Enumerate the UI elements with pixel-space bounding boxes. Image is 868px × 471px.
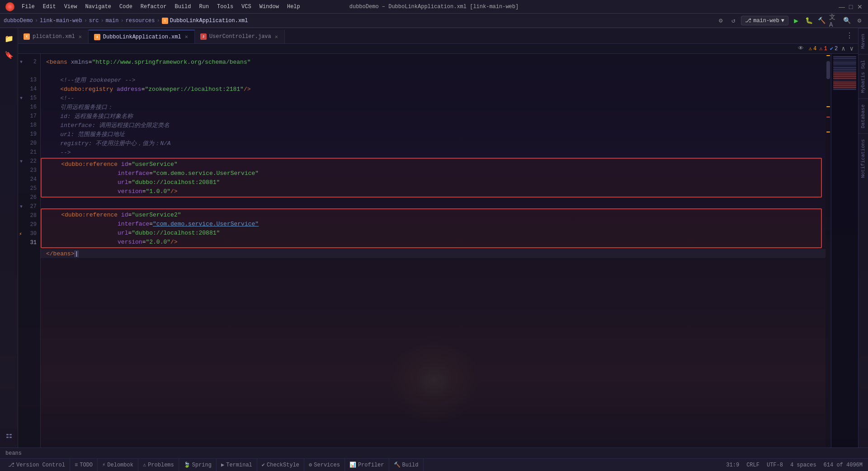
tab-java[interactable]: J UserController.java ✕: [195, 30, 285, 43]
status-tab-spring[interactable]: 🍃 Spring: [179, 459, 217, 471]
settings-icon[interactable]: ⚙: [716, 16, 726, 26]
line-num-31: 31: [18, 238, 40, 247]
more-actions-icon[interactable]: ⚙: [854, 16, 864, 26]
nav-right: ⚙ ↺ ⎇ main-web ▼ ▶ 🐛 🔨 文A 🔍 ⚙: [716, 16, 864, 26]
tab-xml-full-label: DubboLinkApplication.xml: [103, 34, 181, 40]
run-config-icon[interactable]: ↺: [728, 16, 738, 26]
panel-tab-database[interactable]: Database: [859, 99, 868, 134]
scroll-marker-warn2: [826, 106, 830, 107]
code-line-28: interface="com.demo.service.UserService": [42, 219, 821, 228]
menu-refactor[interactable]: Refactor: [137, 3, 170, 11]
services-icon: ⚙: [309, 462, 312, 468]
todo-icon: ≡: [75, 462, 78, 468]
menu-code[interactable]: Code: [116, 3, 136, 11]
spring-label: Spring: [192, 462, 212, 468]
eye-icon[interactable]: 👁: [796, 44, 806, 54]
tabs-more-btn[interactable]: ⋮: [844, 31, 854, 41]
workspace: 📁 🔖 X plication.xml ✕: [0, 28, 868, 447]
tab-xml[interactable]: X plication.xml ✕: [18, 30, 89, 43]
line-num-19: 19: [18, 130, 40, 139]
run-button[interactable]: ▶: [791, 16, 801, 26]
tab-java-close[interactable]: ✕: [274, 33, 279, 41]
panel-tab-maven[interactable]: Maven: [859, 28, 868, 54]
sidebar-icon-project[interactable]: 📁: [2, 32, 16, 46]
memory[interactable]: 614 of 4096M: [822, 462, 864, 468]
status-tab-todo[interactable]: ≡ TODO: [70, 459, 98, 471]
menu-build[interactable]: Build: [171, 3, 194, 11]
delombok-icon: ⚡: [102, 462, 105, 468]
minimap-line-8: [833, 69, 856, 70]
breadcrumb-project[interactable]: dubboDemo: [4, 18, 33, 24]
breadcrumb-resources[interactable]: resources: [126, 18, 155, 24]
code-line-24: url="dubbo://localhost:20881": [42, 178, 821, 187]
minimap-line-19: [833, 89, 856, 90]
tab-xml-full[interactable]: X DubboLinkApplication.xml ✕: [89, 30, 195, 43]
search-icon[interactable]: 🔍: [842, 16, 852, 26]
tab-xml-close[interactable]: ✕: [78, 33, 83, 41]
breadcrumb-src[interactable]: src: [89, 18, 99, 24]
code-line-19: url: 范围服务接口地址: [41, 130, 826, 139]
debug-button[interactable]: 🐛: [804, 16, 814, 26]
status-tab-build[interactable]: 🔨 Build: [389, 459, 424, 471]
menu-edit[interactable]: Edit: [39, 3, 60, 11]
status-tab-version-control[interactable]: ⎇ Version Control: [4, 459, 70, 471]
next-issue-btn[interactable]: ∨: [849, 45, 854, 52]
line-num-15: ▼ 15: [18, 94, 40, 103]
code-line-spacer: [41, 66, 826, 75]
line-num-2: ▼ 2: [18, 57, 40, 66]
menu-run[interactable]: Run: [195, 3, 212, 11]
sidebar-icon-structure[interactable]: [2, 429, 16, 444]
tab-xml-full-close[interactable]: ✕: [184, 33, 189, 41]
code-line-27: <dubbo:reference id="userService2": [42, 210, 821, 219]
breadcrumb-module[interactable]: link-main-web: [40, 18, 82, 24]
close-button[interactable]: ✕: [857, 4, 863, 9]
status-tab-delombok[interactable]: ⚡ Delombok: [98, 459, 138, 471]
tabs-bar: X plication.xml ✕ X DubboLinkApplication…: [18, 28, 858, 44]
menu-bar: File Edit View Navigate Code Refactor Bu…: [18, 3, 304, 11]
status-tab-terminal[interactable]: ▶ Terminal: [217, 459, 257, 471]
scroll-marker-warn3: [826, 132, 830, 132]
code-line-20: registry: 不使用注册中心，值为：N/A: [41, 139, 826, 148]
prev-issue-btn[interactable]: ∧: [840, 45, 846, 52]
fold-icon-2[interactable]: ▼: [20, 60, 23, 65]
xml-icon-full: X: [94, 34, 100, 40]
window-controls: — □ ✕: [839, 4, 863, 9]
maximize-button[interactable]: □: [848, 4, 854, 9]
build-button[interactable]: 🔨: [816, 16, 826, 26]
menu-tools[interactable]: Tools: [213, 3, 237, 11]
branch-icon: ⎇: [745, 17, 751, 24]
minimize-button[interactable]: —: [839, 4, 844, 9]
scroll-thumb[interactable]: [826, 61, 830, 79]
menu-vcs[interactable]: VCS: [238, 3, 255, 11]
menu-file[interactable]: File: [18, 3, 38, 11]
status-tab-checkstyle[interactable]: ✔ CheckStyle: [257, 459, 304, 471]
minimap-line-17: [833, 85, 856, 86]
translate-icon[interactable]: 文A: [829, 16, 839, 26]
fold-icon-15[interactable]: ▼: [20, 96, 23, 101]
version-control-icon: ⎇: [8, 462, 14, 468]
sidebar-icon-bookmarks[interactable]: 🔖: [2, 48, 16, 62]
menu-window[interactable]: Window: [256, 3, 283, 11]
encoding[interactable]: UTF-8: [765, 462, 785, 468]
indent[interactable]: 4 spaces: [788, 462, 818, 468]
scope-label: beans: [5, 450, 22, 457]
fold-icon-27[interactable]: ▼: [20, 204, 23, 209]
status-tab-problems[interactable]: ⚠ Problems: [138, 459, 179, 471]
menu-help[interactable]: Help: [283, 3, 304, 11]
ref-block-2: <dubbo:reference id="userService2" inter…: [41, 208, 822, 248]
line-num-14: 14: [18, 85, 40, 94]
code-line-13: <!--使用 zookeeper -->: [41, 75, 826, 85]
branch-selector[interactable]: ⎇ main-web ▼: [741, 16, 788, 25]
minimap-line-13: [833, 78, 856, 79]
status-tab-profiler[interactable]: 📊 Profiler: [345, 459, 389, 471]
status-tab-services[interactable]: ⚙ Services: [304, 459, 345, 471]
panel-tab-notifications[interactable]: Notifications: [859, 133, 868, 184]
editor-scrollbar[interactable]: [826, 54, 831, 447]
fold-icon-22[interactable]: ▼: [20, 159, 23, 164]
menu-navigate[interactable]: Navigate: [81, 3, 115, 11]
breadcrumb-main[interactable]: main: [106, 18, 119, 24]
title-bar: File Edit View Navigate Code Refactor Bu…: [0, 0, 868, 14]
panel-tab-mybatis[interactable]: Mybatis Sql: [859, 54, 868, 99]
code-content[interactable]: <beans xmlns="http://www.springframework…: [41, 54, 826, 447]
menu-view[interactable]: View: [61, 3, 81, 11]
